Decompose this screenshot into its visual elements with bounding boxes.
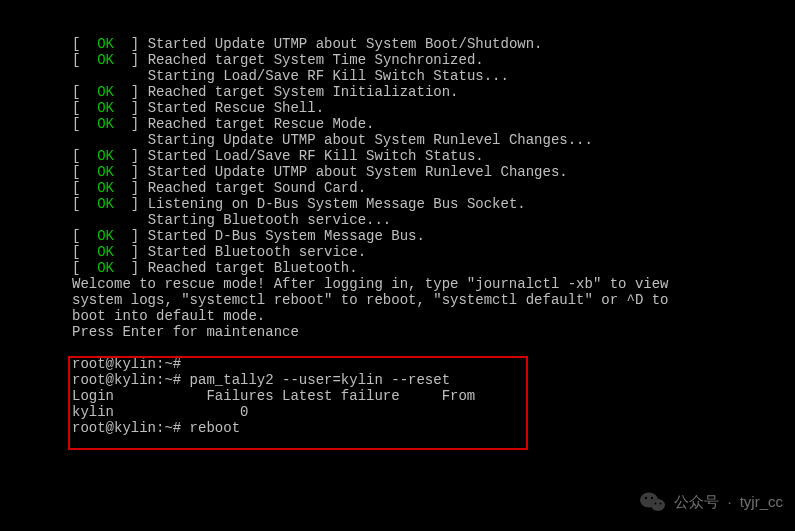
status-ok: OK (97, 84, 114, 100)
boot-message: Listening on D-Bus System Message Bus So… (148, 196, 526, 212)
boot-message: Starting Bluetooth service... (148, 212, 392, 228)
boot-message: Started Update UTMP about System Boot/Sh… (148, 36, 543, 52)
welcome-line: Welcome to rescue mode! After logging in… (72, 276, 795, 292)
svg-point-2 (651, 499, 665, 511)
boot-message: Reached target Rescue Mode. (148, 116, 375, 132)
shell-line: kylin 0 (72, 404, 795, 420)
boot-line: [ OK ] Started Bluetooth service. (72, 244, 795, 260)
boot-message: Started D-Bus System Message Bus. (148, 228, 425, 244)
watermark-name: tyjr_cc (740, 494, 783, 510)
boot-line: [ OK ] Reached target System Time Synchr… (72, 52, 795, 68)
status-ok: OK (97, 164, 114, 180)
svg-point-4 (651, 497, 653, 499)
shell-line: Login Failures Latest failure From (72, 388, 795, 404)
boot-message: Reached target System Time Synchronized. (148, 52, 484, 68)
boot-line: [ OK ] Started Update UTMP about System … (72, 164, 795, 180)
welcome-line (72, 340, 795, 356)
status-ok: OK (97, 228, 114, 244)
boot-line: [ OK ] Listening on D-Bus System Message… (72, 196, 795, 212)
terminal-screen[interactable]: [ OK ] Started Update UTMP about System … (0, 0, 795, 436)
boot-message: Started Bluetooth service. (148, 244, 366, 260)
welcome-message: Welcome to rescue mode! After logging in… (72, 276, 795, 356)
welcome-line: system logs, "systemctl reboot" to reboo… (72, 292, 795, 308)
boot-message: Started Load/Save RF Kill Switch Status. (148, 148, 484, 164)
boot-log: [ OK ] Started Update UTMP about System … (72, 36, 795, 276)
svg-point-5 (655, 503, 657, 505)
boot-line: [ OK ] Started Update UTMP about System … (72, 36, 795, 52)
watermark-label: 公众号 (674, 494, 719, 510)
svg-point-3 (645, 497, 647, 499)
boot-message: Started Rescue Shell. (148, 100, 324, 116)
wechat-icon (640, 491, 666, 513)
watermark-sep: · (727, 494, 731, 510)
boot-message: Reached target System Initialization. (148, 84, 459, 100)
boot-line: [ OK ] Started Rescue Shell. (72, 100, 795, 116)
status-ok: OK (97, 260, 114, 276)
status-ok: OK (97, 52, 114, 68)
shell-session: root@kylin:~#root@kylin:~# pam_tally2 --… (72, 356, 795, 436)
boot-message: Reached target Sound Card. (148, 180, 366, 196)
status-ok: OK (97, 180, 114, 196)
welcome-line: boot into default mode. (72, 308, 795, 324)
boot-line: Starting Load/Save RF Kill Switch Status… (72, 68, 795, 84)
boot-message: Starting Load/Save RF Kill Switch Status… (148, 68, 509, 84)
boot-line: Starting Update UTMP about System Runlev… (72, 132, 795, 148)
boot-line: [ OK ] Reached target Rescue Mode. (72, 116, 795, 132)
boot-message: Reached target Bluetooth. (148, 260, 358, 276)
status-ok: OK (97, 36, 114, 52)
status-ok: OK (97, 116, 114, 132)
boot-message: Started Update UTMP about System Runleve… (148, 164, 568, 180)
boot-line: [ OK ] Reached target Sound Card. (72, 180, 795, 196)
boot-line: [ OK ] Started Load/Save RF Kill Switch … (72, 148, 795, 164)
boot-line: [ OK ] Reached target Bluetooth. (72, 260, 795, 276)
shell-line: root@kylin:~# pam_tally2 --user=kylin --… (72, 372, 795, 388)
boot-line: [ OK ] Reached target System Initializat… (72, 84, 795, 100)
watermark: 公众号 · tyjr_cc (640, 491, 783, 513)
status-ok: OK (97, 196, 114, 212)
status-ok: OK (97, 100, 114, 116)
welcome-line: Press Enter for maintenance (72, 324, 795, 340)
status-ok: OK (97, 244, 114, 260)
shell-line: root@kylin:~# reboot (72, 420, 795, 436)
status-ok: OK (97, 148, 114, 164)
boot-line: Starting Bluetooth service... (72, 212, 795, 228)
boot-message: Starting Update UTMP about System Runlev… (148, 132, 593, 148)
svg-point-6 (660, 503, 662, 505)
boot-line: [ OK ] Started D-Bus System Message Bus. (72, 228, 795, 244)
shell-line: root@kylin:~# (72, 356, 795, 372)
